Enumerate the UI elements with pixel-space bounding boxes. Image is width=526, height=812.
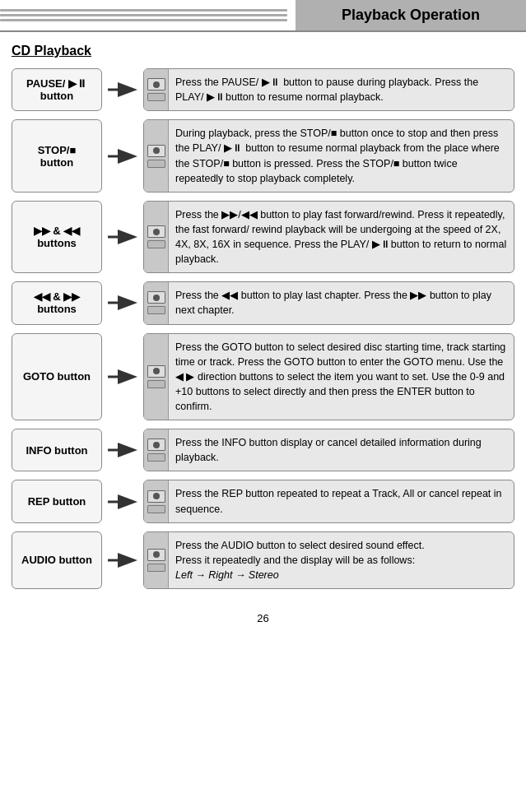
button-label-rep-button: REP button — [12, 480, 102, 522]
device-icon-goto-button — [144, 334, 169, 420]
desc-box-audio-button: Press the AUDIO button to select desired… — [143, 531, 514, 589]
disc-icon — [147, 365, 165, 378]
button-label-pause-button: PAUSE/ ▶⏸ button — [12, 68, 102, 111]
desc-box-stop-button: During playback, press the STOP/■ button… — [143, 119, 514, 193]
disc-icon — [147, 291, 165, 304]
desc-box-ff-rew-buttons: Press the ▶▶/◀◀ button to play fast forw… — [143, 201, 514, 274]
device-icon-rep-button — [144, 480, 169, 522]
main-content: CD Playback PAUSE/ ▶⏸ button Press the P… — [0, 35, 526, 606]
arrow-info-button — [102, 429, 143, 471]
device-icon-prev-next-buttons — [144, 282, 169, 323]
header-decoration — [0, 0, 296, 30]
device-icon-info-button — [144, 429, 169, 471]
row-prev-next-buttons: ◀◀ & ▶▶ buttons Press the ◀◀ button to p… — [12, 281, 514, 324]
desc-text-goto-button: Press the GOTO button to select desired … — [169, 334, 514, 420]
desc-text-stop-button: During playback, press the STOP/■ button… — [169, 120, 514, 192]
disc-icon — [147, 145, 165, 157]
button-label-audio-button: AUDIO button — [12, 531, 102, 589]
disc-icon — [147, 78, 165, 90]
rows-container: PAUSE/ ▶⏸ button Press the PAUSE/ ▶⏸ but… — [12, 68, 514, 589]
row-goto-button: GOTO button Press the GOTO button to sel… — [12, 333, 514, 421]
arrow-rep-button — [102, 480, 143, 522]
device-icon-audio-button — [144, 532, 169, 588]
desc-text-prev-next-buttons: Press the ◀◀ button to play last chapter… — [169, 282, 514, 323]
page-number: 26 — [0, 606, 526, 628]
row-audio-button: AUDIO button Press the AUDIO button to s… — [12, 531, 514, 589]
arrow-stop-button — [102, 119, 143, 193]
player-body-icon — [147, 160, 165, 168]
device-icon-ff-rew-buttons — [144, 202, 169, 273]
arrow-ff-rew-buttons — [102, 201, 143, 274]
desc-box-pause-button: Press the PAUSE/ ▶⏸ button to pause duri… — [143, 68, 514, 111]
player-body-icon — [147, 380, 165, 388]
desc-text-ff-rew-buttons: Press the ▶▶/◀◀ button to play fast forw… — [169, 202, 514, 273]
row-info-button: INFO button Press the INFO button displa… — [12, 429, 514, 471]
arrow-prev-next-buttons — [102, 281, 143, 324]
player-body-icon — [147, 240, 165, 248]
button-label-stop-button: STOP/■ button — [12, 119, 102, 193]
arrow-goto-button — [102, 333, 143, 421]
header-line-2 — [0, 14, 287, 16]
player-body-icon — [147, 564, 165, 572]
section-title: CD Playback — [12, 44, 514, 58]
desc-text-rep-button: Press the REP button repeated to repeat … — [169, 480, 514, 522]
header-line-1 — [0, 9, 287, 12]
desc-text-info-button: Press the INFO button display or cancel … — [169, 429, 514, 471]
desc-box-rep-button: Press the REP button repeated to repeat … — [143, 480, 514, 522]
device-icon-pause-button — [144, 69, 169, 110]
arrow-audio-button — [102, 531, 143, 589]
header-line-3 — [0, 19, 287, 21]
button-label-ff-rew-buttons: ▶▶ & ◀◀ buttons — [12, 201, 102, 274]
desc-box-prev-next-buttons: Press the ◀◀ button to play last chapter… — [143, 281, 514, 324]
button-label-goto-button: GOTO button — [12, 333, 102, 421]
disc-icon — [147, 438, 165, 451]
disc-icon — [147, 549, 165, 561]
disc-icon — [147, 490, 165, 503]
page-title: Playback Operation — [342, 7, 480, 24]
page-header: Playback Operation — [0, 0, 526, 32]
disc-icon — [147, 225, 165, 238]
row-stop-button: STOP/■ button During playback, press the… — [12, 119, 514, 193]
player-body-icon — [147, 93, 165, 101]
row-rep-button: REP button Press the REP button repeated… — [12, 480, 514, 522]
desc-box-info-button: Press the INFO button display or cancel … — [143, 429, 514, 471]
header-title-box: Playback Operation — [296, 0, 526, 30]
player-body-icon — [147, 453, 165, 462]
button-label-info-button: INFO button — [12, 429, 102, 471]
device-icon-stop-button — [144, 120, 169, 192]
desc-text-audio-button: Press the AUDIO button to select desired… — [169, 532, 514, 588]
row-ff-rew-buttons: ▶▶ & ◀◀ buttons Press the ▶▶/◀◀ button t… — [12, 201, 514, 274]
button-label-prev-next-buttons: ◀◀ & ▶▶ buttons — [12, 281, 102, 324]
player-body-icon — [147, 505, 165, 513]
desc-text-pause-button: Press the PAUSE/ ▶⏸ button to pause duri… — [169, 69, 514, 110]
arrow-pause-button — [102, 68, 143, 111]
row-pause-button: PAUSE/ ▶⏸ button Press the PAUSE/ ▶⏸ but… — [12, 68, 514, 111]
player-body-icon — [147, 306, 165, 314]
desc-box-goto-button: Press the GOTO button to select desired … — [143, 333, 514, 421]
